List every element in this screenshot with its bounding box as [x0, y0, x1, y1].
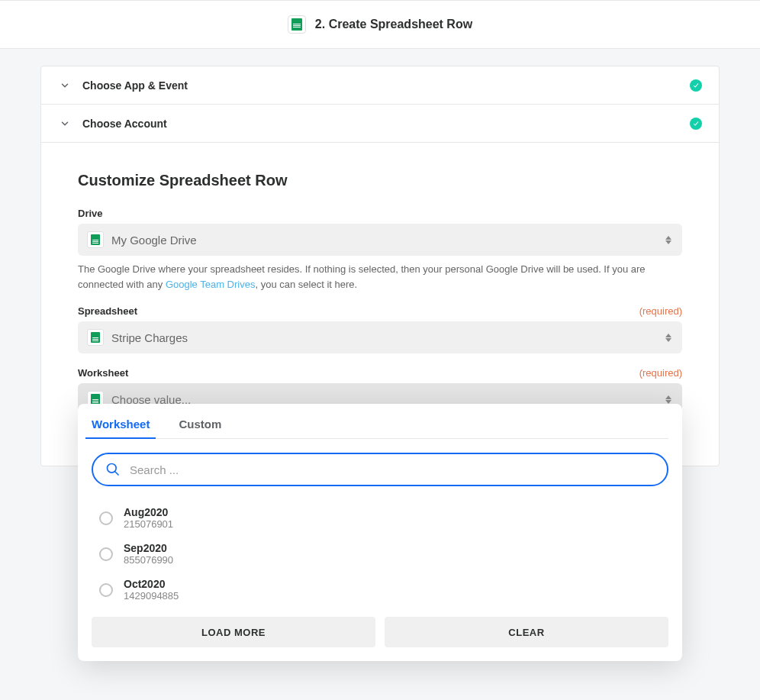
tab-custom[interactable]: Custom	[179, 418, 221, 438]
radio-icon	[99, 511, 113, 525]
dropdown-tabs: Worksheet Custom	[92, 418, 668, 439]
field-label: Drive	[78, 208, 103, 219]
svg-point-0	[108, 464, 117, 473]
field-label: Worksheet	[78, 367, 128, 379]
updown-icon	[664, 395, 673, 404]
google-sheets-icon	[87, 231, 104, 248]
required-tag: (required)	[639, 367, 682, 379]
option-name: Oct2020	[124, 578, 179, 590]
updown-icon	[664, 334, 673, 342]
option-name: Sep2020	[124, 542, 173, 554]
option-list: Aug2020 215076901 Sep2020 855076990 Oct2…	[92, 500, 668, 608]
worksheet-dropdown: Worksheet Custom Aug2020 215076901	[78, 404, 682, 661]
field-label: Spreadsheet	[78, 305, 137, 317]
option-id: 215076901	[124, 518, 173, 530]
updown-icon	[664, 236, 673, 244]
spreadsheet-select[interactable]: Stripe Charges	[78, 321, 682, 353]
section-heading: Customize Spreadsheet Row	[78, 172, 682, 189]
page-header: 2. Create Spreadsheet Row	[0, 0, 760, 49]
check-icon	[690, 79, 702, 92]
chevron-down-icon	[58, 79, 72, 92]
radio-icon	[99, 583, 113, 597]
spreadsheet-value: Stripe Charges	[111, 331, 664, 344]
tab-worksheet[interactable]: Worksheet	[92, 418, 150, 438]
drive-value: My Google Drive	[111, 234, 664, 247]
option-id: 855076990	[124, 554, 173, 566]
svg-line-1	[115, 472, 119, 476]
search-icon	[105, 462, 121, 477]
option-oct2020[interactable]: Oct2020 1429094885	[92, 572, 668, 608]
section-title: Choose Account	[82, 118, 167, 130]
check-icon	[690, 118, 702, 130]
google-sheets-icon	[288, 15, 306, 34]
drive-helper: The Google Drive where your spreadsheet …	[78, 262, 682, 292]
section-choose-account[interactable]: Choose Account	[41, 105, 719, 143]
drive-select[interactable]: My Google Drive	[78, 224, 682, 256]
google-sheets-icon	[87, 329, 104, 346]
team-drives-link[interactable]: Google Team Drives	[166, 279, 256, 290]
load-more-button[interactable]: LOAD MORE	[92, 617, 375, 647]
search-field[interactable]	[92, 453, 668, 486]
chevron-down-icon	[58, 117, 72, 131]
field-drive: Drive My Google Drive The Google Drive w…	[78, 208, 682, 292]
section-title: Choose App & Event	[82, 79, 188, 92]
customize-content: Customize Spreadsheet Row Drive My Googl…	[41, 143, 719, 466]
option-sep2020[interactable]: Sep2020 855076990	[92, 536, 668, 572]
main-panel: Choose App & Event Choose Account Custom…	[40, 66, 720, 466]
field-spreadsheet: Spreadsheet (required) Stripe Charges	[78, 305, 682, 353]
search-input[interactable]	[130, 463, 655, 476]
radio-icon	[99, 547, 113, 561]
option-id: 1429094885	[124, 590, 179, 602]
dropdown-actions: LOAD MORE CLEAR	[92, 617, 668, 647]
clear-button[interactable]: CLEAR	[385, 617, 668, 647]
option-name: Aug2020	[124, 506, 173, 518]
required-tag: (required)	[639, 305, 682, 317]
section-choose-app-event[interactable]: Choose App & Event	[41, 66, 719, 105]
header-title: 2. Create Spreadsheet Row	[315, 18, 472, 31]
option-aug2020[interactable]: Aug2020 215076901	[92, 500, 668, 536]
